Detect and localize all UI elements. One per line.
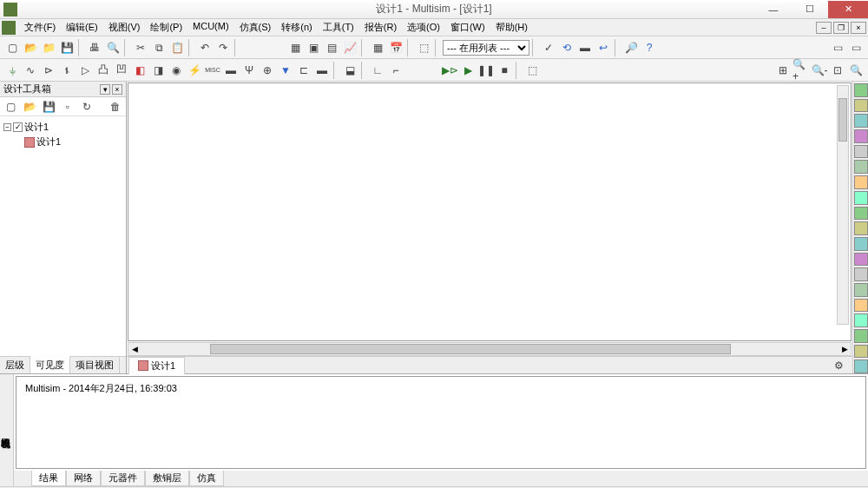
side-open-icon[interactable]: 📂: [21, 98, 38, 115]
menu-工具T[interactable]: 工具(T): [318, 19, 359, 36]
horizontal-scrollbar[interactable]: ◀ ▶: [128, 342, 852, 356]
menu-绘制P[interactable]: 绘制(P): [145, 19, 187, 36]
print-icon[interactable]: 🖶: [86, 39, 103, 56]
maximize-button[interactable]: ☐: [792, 1, 828, 18]
menu-选项O[interactable]: 选项(O): [402, 19, 445, 36]
ni-icon[interactable]: ▼: [277, 62, 294, 79]
sidebar-tab-1[interactable]: 可见度: [30, 356, 70, 373]
sidebar-tab-0[interactable]: 层级: [0, 357, 30, 373]
rf-icon[interactable]: Ψ: [240, 62, 258, 79]
title-block-icon[interactable]: ▤: [323, 39, 340, 56]
instrument-tek[interactable]: [854, 313, 868, 327]
paste-icon[interactable]: 📋: [168, 39, 186, 56]
instrument-xiv[interactable]: [854, 237, 868, 251]
sidebar-tab-2[interactable]: 项目视图: [70, 357, 120, 373]
schematic-canvas[interactable]: [128, 82, 852, 341]
stop-icon[interactable]: ■: [496, 62, 513, 79]
instrument-lv2[interactable]: [854, 345, 868, 359]
bottom-tab-4[interactable]: 仿真: [189, 471, 224, 486]
menu-仿真S[interactable]: 仿真(S): [234, 19, 277, 36]
instrument-xmm[interactable]: [854, 83, 868, 97]
spreadsheet-view-label[interactable]: 电子表格视图: [0, 374, 14, 486]
analog-icon[interactable]: ▷: [76, 62, 94, 79]
menu-帮助H[interactable]: 帮助(H): [490, 19, 533, 36]
instrument-xpw[interactable]: [854, 267, 868, 281]
zoom-tool1-icon[interactable]: ▭: [829, 39, 846, 56]
misc-digital-icon[interactable]: ◧: [131, 62, 148, 79]
tree-child-node[interactable]: 设计1: [3, 135, 122, 149]
menu-文件F[interactable]: 文件(F): [19, 19, 61, 36]
instrument-xfg[interactable]: [854, 99, 868, 113]
bus-icon[interactable]: ∟: [369, 62, 386, 79]
menu-转移n[interactable]: 转移(n): [276, 19, 317, 36]
run-icon[interactable]: ▶⊳: [441, 62, 458, 79]
resistor-icon[interactable]: ∿: [22, 62, 39, 79]
instrument-xfc[interactable]: [854, 145, 868, 159]
component-icon[interactable]: ⬚: [415, 39, 432, 56]
advanced-icon[interactable]: ▬: [222, 62, 240, 79]
inuse-list-dropdown[interactable]: --- 在用列表 ---: [443, 40, 529, 56]
zoom-fit-icon[interactable]: ⊞: [774, 62, 792, 79]
side-close-icon[interactable]: ▫: [59, 98, 76, 115]
instrument-xsa[interactable]: [854, 283, 868, 297]
design-tree[interactable]: − ✓ 设计1 设计1: [0, 116, 126, 356]
diode-icon[interactable]: ⊳: [40, 62, 57, 79]
cmos-icon[interactable]: 凹: [113, 62, 130, 79]
instrument-mv[interactable]: [854, 359, 868, 373]
indicator-icon[interactable]: ◉: [168, 62, 185, 79]
bottom-tab-1[interactable]: 网络: [66, 471, 101, 486]
border-icon[interactable]: ▣: [305, 39, 322, 56]
tree-root-node[interactable]: − ✓ 设计1: [3, 120, 122, 135]
instrument-xlc[interactable]: [854, 221, 868, 235]
electromech-icon[interactable]: ⊕: [259, 62, 276, 79]
document-tab[interactable]: 设计1: [128, 357, 185, 374]
menu-报告R[interactable]: 报告(R): [359, 19, 402, 36]
misc-icon[interactable]: MISC: [204, 62, 221, 79]
zoom-area-icon[interactable]: ⊡: [829, 62, 846, 79]
redo-icon[interactable]: ↷: [214, 39, 232, 56]
connector-icon[interactable]: ⊏: [295, 62, 312, 79]
mixed-icon[interactable]: ◨: [149, 62, 167, 79]
instrument-lv1[interactable]: [854, 329, 868, 343]
breadboard-icon[interactable]: ▬: [576, 39, 594, 56]
ground-icon[interactable]: ⏚: [3, 62, 21, 79]
spreadsheet-icon[interactable]: ▦: [369, 39, 386, 56]
interactive-icon[interactable]: ⬚: [523, 62, 541, 79]
sidebar-close-icon[interactable]: ×: [112, 84, 122, 95]
mdi-close-button[interactable]: ×: [851, 22, 866, 34]
help-icon[interactable]: ?: [641, 39, 658, 56]
menu-MCUM[interactable]: MCU(M): [187, 19, 234, 36]
instrument-xdg[interactable]: [854, 191, 868, 205]
zoom-tool2-icon[interactable]: ▭: [847, 39, 865, 56]
mdi-minimize-button[interactable]: –: [816, 22, 832, 34]
hierarchy-icon[interactable]: ⬓: [341, 62, 358, 79]
cut-icon[interactable]: ✂: [132, 39, 149, 56]
save-icon[interactable]: 💾: [58, 39, 76, 56]
checkbox-icon[interactable]: ✓: [13, 122, 23, 132]
back-annotate-icon[interactable]: ↩: [595, 39, 612, 56]
side-new-icon[interactable]: ▢: [2, 98, 19, 115]
transistor-icon[interactable]: ⫮: [58, 62, 76, 79]
open-icon[interactable]: 📂: [22, 39, 39, 56]
erc-icon[interactable]: ✓: [540, 39, 557, 56]
bottom-tab-0[interactable]: 结果: [31, 471, 66, 486]
instrument-asc[interactable]: [854, 299, 868, 313]
open-sample-icon[interactable]: 📁: [40, 39, 57, 56]
graph-icon[interactable]: 📈: [341, 39, 358, 56]
instrument-xwm[interactable]: [854, 160, 868, 174]
bottom-tab-3[interactable]: 敷铜层: [145, 471, 189, 486]
find-icon[interactable]: 🔎: [622, 39, 640, 56]
calendar-icon[interactable]: 📅: [387, 39, 404, 56]
instrument-xbp[interactable]: [854, 129, 868, 143]
junction-icon[interactable]: ⌐: [387, 62, 404, 79]
menu-窗口W[interactable]: 窗口(W): [445, 19, 490, 36]
undo-icon[interactable]: ↶: [196, 39, 214, 56]
tab-options-icon[interactable]: ⚙: [830, 357, 847, 374]
zoom-full-icon[interactable]: 🔍: [847, 62, 865, 79]
print-preview-icon[interactable]: 🔍: [104, 39, 122, 56]
power-icon[interactable]: ⚡: [186, 62, 203, 79]
new-icon[interactable]: ▢: [3, 39, 21, 56]
side-save-icon[interactable]: 💾: [40, 98, 57, 115]
side-trash-icon[interactable]: 🗑: [107, 98, 124, 115]
play-icon[interactable]: ▶: [459, 62, 477, 79]
